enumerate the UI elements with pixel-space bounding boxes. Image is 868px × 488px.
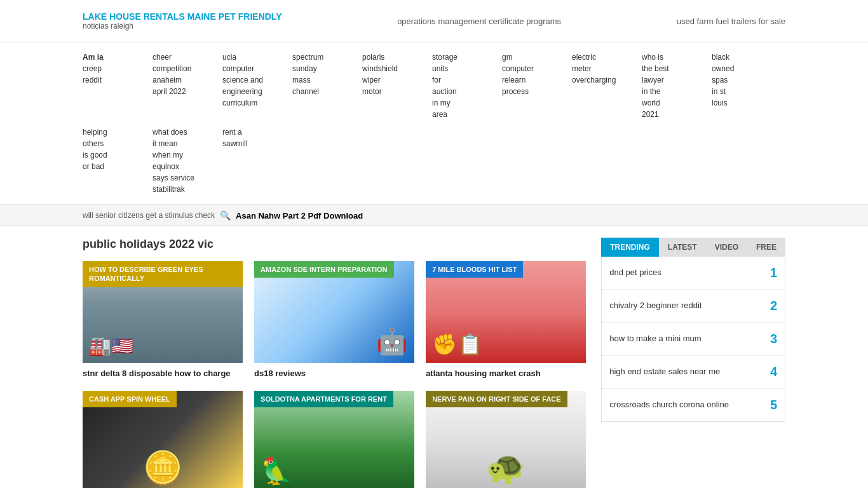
header-left: LAKE HOUSE RENTALS MAINE PET FRIENDLY no… <box>83 11 281 30</box>
article-card-4[interactable]: SOLDOTNA APARTMENTS FOR RENT <box>254 391 414 488</box>
search-bar: will senior citizens get a stimulus chec… <box>0 205 868 226</box>
trending-num-0: 1 <box>762 266 777 280</box>
article-card-3[interactable]: CASH APP SPIN WHEEL <box>83 391 243 488</box>
nav-col-5[interactable]: storage units for auction in my area <box>432 51 502 120</box>
header-center-link[interactable]: operations management certificate progra… <box>281 17 676 26</box>
sub-title: noticias raleigh <box>83 22 281 30</box>
nav-col-2[interactable]: ucla computer science and engineering cu… <box>222 51 292 120</box>
main-content: public holidays 2022 vic HOW TO DESCRIBE… <box>0 226 868 488</box>
nav-col-7[interactable]: electric meter overcharging <box>572 51 642 120</box>
trending-text-1: chivalry 2 beginner reddit <box>609 300 756 311</box>
nav-col-11[interactable]: what does it mean when my equinox says s… <box>153 126 222 195</box>
nav-col-9[interactable]: black owned spas in st louis <box>712 51 782 120</box>
nav-col-12[interactable]: rent a sawmill <box>222 126 292 195</box>
trending-item-4[interactable]: crossroads church corona online5 <box>602 389 785 421</box>
sidebar-tab-free[interactable]: FREE <box>747 238 785 257</box>
article-label-5: NERVE PAIN ON RIGHT SIDE OF FACE <box>426 391 567 407</box>
trending-num-2: 3 <box>762 332 777 346</box>
article-label-2: 7 MILE BLOODS HIT LIST <box>426 261 523 278</box>
search-label: will senior citizens get a stimulus chec… <box>83 211 215 220</box>
trending-text-4: crossroads church corona online <box>609 399 756 410</box>
article-card-5[interactable]: NERVE PAIN ON RIGHT SIDE OF FACE <box>426 391 586 488</box>
trending-item-0[interactable]: dnd pet prices1 <box>602 257 785 290</box>
article-label-4: SOLDOTNA APARTMENTS FOR RENT <box>254 391 393 407</box>
trending-item-2[interactable]: how to make a mini mum3 <box>602 323 785 356</box>
trending-text-0: dnd pet prices <box>609 267 756 278</box>
sidebar-tab-trending[interactable]: TRENDING <box>601 238 659 257</box>
left-section: public holidays 2022 vic HOW TO DESCRIBE… <box>83 238 586 488</box>
article-card-0[interactable]: HOW TO DESCRIBE GREEN EYES ROMANTICALLYs… <box>83 261 243 379</box>
article-title-0: stnr delta 8 disposable how to charge <box>83 368 243 379</box>
trending-item-1[interactable]: chivalry 2 beginner reddit2 <box>602 290 785 323</box>
trending-list: dnd pet prices1chivalry 2 beginner reddi… <box>601 257 785 422</box>
article-card-2[interactable]: 7 MILE BLOODS HIT LISTatlanta housing ma… <box>426 261 586 379</box>
right-sidebar: TRENDINGLATESTVIDEOFREE dnd pet prices1c… <box>601 238 785 488</box>
article-title-1: ds18 reviews <box>254 368 414 379</box>
header-right-link[interactable]: used farm fuel trailers for sale <box>677 17 785 26</box>
site-title-link[interactable]: LAKE HOUSE RENTALS MAINE PET FRIENDLY <box>83 11 281 22</box>
nav-col-1[interactable]: cheer competition anaheim april 2022 <box>153 51 222 120</box>
top-header: LAKE HOUSE RENTALS MAINE PET FRIENDLY no… <box>0 0 868 43</box>
site-title[interactable]: LAKE HOUSE RENTALS MAINE PET FRIENDLY <box>83 11 281 22</box>
nav-links: Am ia creep reddit cheer competition ana… <box>0 43 868 205</box>
nav-col-6[interactable]: gm computer relearn process <box>502 51 572 120</box>
page-title: public holidays 2022 vic <box>83 238 586 251</box>
search-query[interactable]: Asan Nahw Part 2 Pdf Download <box>236 211 363 220</box>
article-label-1: AMAZON SDE INTERN PREPARATION <box>254 261 393 278</box>
nav-col-4[interactable]: polaris windshield wiper motor <box>362 51 432 120</box>
trending-text-3: high end estate sales near me <box>609 366 756 377</box>
search-icon: 🔍 <box>220 210 231 220</box>
article-title-2: atlanta housing market crash <box>426 368 586 379</box>
trending-num-1: 2 <box>762 299 777 313</box>
sidebar-tab-video[interactable]: VIDEO <box>706 238 747 257</box>
article-card-1[interactable]: AMAZON SDE INTERN PREPARATIONds18 review… <box>254 261 414 379</box>
trending-item-3[interactable]: high end estate sales near me4 <box>602 356 785 389</box>
article-label-0: HOW TO DESCRIBE GREEN EYES ROMANTICALLY <box>83 261 243 287</box>
article-grid: HOW TO DESCRIBE GREEN EYES ROMANTICALLYs… <box>83 261 586 488</box>
trending-text-2: how to make a mini mum <box>609 333 756 344</box>
nav-col-0[interactable]: Am ia creep reddit <box>83 51 153 120</box>
nav-col-8[interactable]: who is the best lawyer in the world 2021 <box>642 51 712 120</box>
article-label-3: CASH APP SPIN WHEEL <box>83 391 177 407</box>
nav-col-10[interactable]: helping others is good or bad <box>83 126 153 195</box>
sidebar-tab-latest[interactable]: LATEST <box>659 238 706 257</box>
nav-col-3[interactable]: spectrum sunday mass channel <box>292 51 362 120</box>
trending-num-4: 5 <box>762 398 777 412</box>
sidebar-tabs: TRENDINGLATESTVIDEOFREE <box>601 238 785 257</box>
trending-num-3: 4 <box>762 365 777 379</box>
